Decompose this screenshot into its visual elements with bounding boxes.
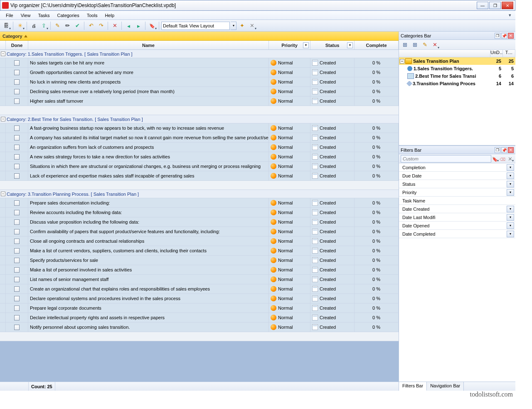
group-by-bar[interactable]: Category bbox=[0, 32, 399, 41]
row-priority-cell[interactable]: Normal bbox=[269, 323, 310, 332]
task-row[interactable]: Prepare legal corporate documentsNormalC… bbox=[0, 303, 399, 313]
row-status-cell[interactable]: Created bbox=[310, 77, 355, 86]
filter-dropdown-button[interactable]: ▾ bbox=[507, 164, 514, 171]
row-done-cell[interactable] bbox=[6, 87, 28, 96]
row-status-cell[interactable]: Created bbox=[310, 323, 355, 332]
task-row[interactable]: A new sales strategy forces to take a ne… bbox=[0, 152, 399, 162]
checkbox[interactable] bbox=[14, 296, 20, 301]
grid-body[interactable]: −Category: 1.Sales Transition Triggers. … bbox=[0, 50, 399, 382]
col-status[interactable]: Status▾ bbox=[310, 41, 355, 49]
tree-col-undone[interactable]: UnD… bbox=[490, 50, 503, 57]
status-filter-dropdown[interactable]: ▾ bbox=[347, 42, 353, 48]
row-name-cell[interactable]: Growth opportunities cannot be achieved … bbox=[28, 68, 269, 77]
menu-tasks[interactable]: Tasks bbox=[34, 12, 53, 19]
row-priority-cell[interactable]: Normal bbox=[269, 256, 310, 265]
row-done-cell[interactable] bbox=[6, 323, 28, 332]
tree-node[interactable]: 3.Transition Planning Proces1414 bbox=[399, 80, 515, 87]
row-name-cell[interactable]: Review accounts including the following … bbox=[28, 208, 269, 217]
filter-dropdown-button[interactable]: ▾ bbox=[507, 231, 514, 237]
checkbox[interactable] bbox=[14, 135, 20, 140]
task-row[interactable]: Situations in which there are structural… bbox=[0, 162, 399, 171]
checkbox[interactable] bbox=[14, 258, 20, 263]
row-done-cell[interactable] bbox=[6, 265, 28, 274]
row-done-cell[interactable] bbox=[6, 171, 28, 180]
minimize-button[interactable]: — bbox=[477, 2, 488, 9]
close-button[interactable]: ✕ bbox=[502, 2, 513, 9]
tree-node[interactable]: 1.Sales Transition Triggers.55 bbox=[399, 65, 515, 72]
row-status-cell[interactable]: Created bbox=[310, 265, 355, 274]
checkbox[interactable] bbox=[14, 173, 20, 179]
menu-help[interactable]: Help bbox=[101, 12, 118, 19]
row-done-cell[interactable] bbox=[6, 217, 28, 227]
row-name-cell[interactable]: List names of senior management staff bbox=[28, 275, 269, 284]
row-priority-cell[interactable]: Normal bbox=[269, 284, 310, 293]
filter-dropdown-button[interactable]: ▾ bbox=[507, 172, 514, 179]
export-button[interactable] bbox=[39, 21, 48, 30]
task-row[interactable]: Specify products/services for saleNormal… bbox=[0, 256, 399, 265]
panel-restore-button[interactable]: ❐ bbox=[495, 33, 500, 39]
undo-button[interactable] bbox=[86, 21, 96, 30]
panel-pin-button[interactable] bbox=[501, 147, 507, 153]
checkbox[interactable] bbox=[14, 200, 20, 206]
row-priority-cell[interactable]: Normal bbox=[269, 198, 310, 207]
tab-navigation-bar[interactable]: Navigation Bar bbox=[427, 382, 464, 391]
task-row[interactable]: Make a list of current vendors, supplier… bbox=[0, 246, 399, 256]
row-priority-cell[interactable]: Normal bbox=[269, 275, 310, 284]
row-status-cell[interactable]: Created bbox=[310, 133, 355, 142]
row-status-cell[interactable]: Created bbox=[310, 152, 355, 161]
db-button[interactable] bbox=[2, 21, 11, 30]
row-status-cell[interactable]: Created bbox=[310, 237, 355, 246]
row-priority-cell[interactable]: Normal bbox=[269, 303, 310, 313]
checkbox[interactable] bbox=[14, 267, 20, 273]
task-row[interactable]: No sales targets can be hit any moreNorm… bbox=[0, 58, 399, 68]
checkbox[interactable] bbox=[14, 277, 20, 282]
row-done-cell[interactable] bbox=[6, 143, 28, 152]
row-priority-cell[interactable]: Normal bbox=[269, 96, 310, 106]
filter-dropdown-button[interactable]: ▾ bbox=[507, 206, 514, 212]
tree-col-name[interactable] bbox=[399, 50, 490, 57]
menu-file[interactable]: File bbox=[2, 12, 17, 19]
row-status-cell[interactable]: Created bbox=[310, 313, 355, 322]
checkbox[interactable] bbox=[14, 219, 20, 225]
row-priority-cell[interactable]: Normal bbox=[269, 294, 310, 303]
filter-dropdown-button[interactable]: ▾ bbox=[507, 214, 514, 221]
filter-row[interactable]: Date Created▾ bbox=[399, 205, 515, 213]
checkbox[interactable] bbox=[14, 70, 20, 75]
row-status-cell[interactable]: Created bbox=[310, 246, 355, 255]
row-name-cell[interactable]: Lack of experience and expertise makes s… bbox=[28, 171, 269, 180]
checkbox[interactable] bbox=[14, 79, 20, 85]
row-name-cell[interactable]: Declare intellectual property rights and… bbox=[28, 313, 269, 322]
row-name-cell[interactable]: Notify personnel about upcoming sales tr… bbox=[28, 323, 269, 332]
row-name-cell[interactable]: Higher sales staff turnover bbox=[28, 96, 269, 106]
redo-button[interactable] bbox=[96, 21, 106, 30]
row-status-cell[interactable]: Created bbox=[310, 171, 355, 180]
task-row[interactable]: Growth opportunities cannot be achieved … bbox=[0, 68, 399, 77]
checkbox[interactable] bbox=[14, 154, 20, 160]
gear-button[interactable] bbox=[247, 21, 256, 30]
row-done-cell[interactable] bbox=[6, 313, 28, 322]
task-row[interactable]: Confirm availability of papers that supp… bbox=[0, 227, 399, 237]
task-row[interactable]: Higher sales staff turnoverNormalCreated… bbox=[0, 96, 399, 106]
col-priority[interactable]: Priority▾ bbox=[269, 41, 310, 49]
filter-row[interactable]: Date Opened▾ bbox=[399, 222, 515, 230]
filter-row[interactable]: Priority▾ bbox=[399, 188, 515, 197]
row-status-cell[interactable]: Created bbox=[310, 256, 355, 265]
row-priority-cell[interactable]: Normal bbox=[269, 77, 310, 86]
checkbox[interactable] bbox=[14, 286, 20, 292]
row-status-cell[interactable]: Created bbox=[310, 227, 355, 236]
row-priority-cell[interactable]: Normal bbox=[269, 265, 310, 274]
row-done-cell[interactable] bbox=[6, 133, 28, 142]
filter-row[interactable]: Date Last Modifi▾ bbox=[399, 213, 515, 222]
tab-filters-bar[interactable]: Filters Bar bbox=[399, 382, 427, 391]
row-priority-cell[interactable]: Normal bbox=[269, 171, 310, 180]
row-name-cell[interactable]: No luck in winning new clients and prosp… bbox=[28, 77, 269, 86]
row-priority-cell[interactable]: Normal bbox=[269, 87, 310, 96]
delete-button[interactable] bbox=[110, 21, 119, 30]
row-name-cell[interactable]: Declining sales revenue over a relativel… bbox=[28, 87, 269, 96]
task-row[interactable]: Review accounts including the following … bbox=[0, 208, 399, 217]
row-status-cell[interactable]: Created bbox=[310, 87, 355, 96]
checkbox[interactable] bbox=[14, 89, 20, 94]
print-button[interactable] bbox=[29, 21, 38, 30]
row-done-cell[interactable] bbox=[6, 96, 28, 106]
collapse-icon[interactable]: − bbox=[1, 192, 5, 196]
